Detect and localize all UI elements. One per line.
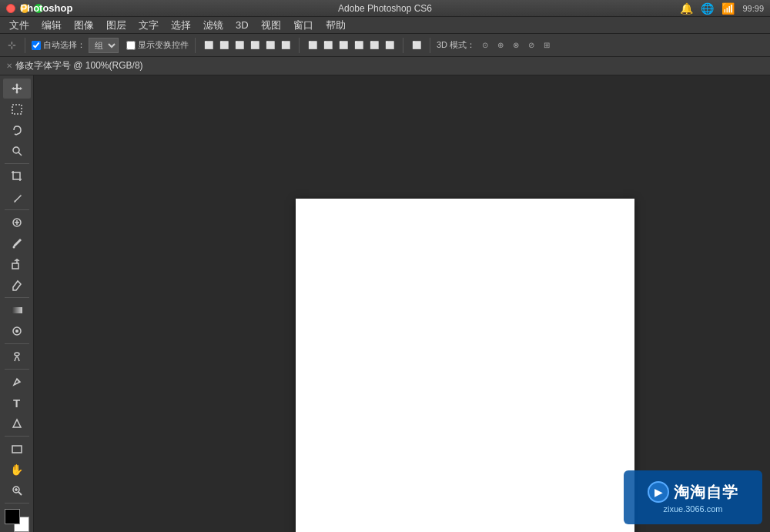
separator-2 [195, 38, 196, 53]
distribute-center-h-icon[interactable]: ⬜ [352, 38, 366, 52]
canvas-area[interactable]: ▶ 淘淘自学 zixue.3066.com [34, 75, 770, 532]
tool-move[interactable] [3, 79, 31, 99]
tool-crop[interactable] [3, 166, 31, 186]
align-center-v-icon[interactable]: ⬜ [263, 38, 277, 52]
title-bar: Photoshop Adobe Photoshop CS6 🔔 🌐 📶 99:9… [0, 0, 770, 17]
foreground-color-swatch[interactable] [5, 509, 20, 524]
tool-shape[interactable] [3, 439, 31, 459]
auto-select-label[interactable]: 自动选择： [32, 39, 85, 51]
align-center-h-icon[interactable]: ⬜ [217, 38, 231, 52]
svg-rect-6 [12, 307, 22, 313]
tool-eraser[interactable] [3, 275, 31, 295]
svg-line-2 [18, 152, 22, 156]
watermark-logo: ▶ [648, 481, 669, 503]
separator-5 [430, 38, 430, 53]
menu-filter[interactable]: 滤镜 [197, 17, 229, 33]
3d-scale-icon[interactable]: ⊞ [540, 38, 554, 52]
separator-3 [299, 38, 300, 53]
notification-icon: 🔔 [680, 2, 693, 15]
window-controls [0, 4, 43, 13]
tool-dodge[interactable] [3, 346, 31, 366]
tool-heal[interactable] [3, 212, 31, 233]
3d-pan-icon[interactable]: ⊗ [509, 38, 523, 52]
svg-rect-11 [12, 446, 22, 453]
canvas [296, 199, 634, 532]
3d-rotate-icon[interactable]: ⊙ [478, 38, 492, 52]
tool-blur[interactable] [3, 321, 31, 341]
tab-close-button[interactable]: ✕ [6, 62, 12, 70]
clock: 99:99 [742, 4, 764, 13]
work-area: T ✋ ▶ [0, 75, 770, 532]
menu-view[interactable]: 视图 [255, 17, 287, 33]
menu-image[interactable]: 图像 [68, 17, 100, 33]
wifi-icon: 📶 [721, 2, 735, 15]
toolbar-divider-2 [5, 209, 29, 210]
tool-lasso[interactable] [3, 120, 31, 140]
left-toolbar: T ✋ [0, 75, 34, 532]
separator-4 [403, 38, 403, 53]
tool-pen[interactable] [3, 372, 31, 392]
svg-rect-0 [12, 105, 22, 114]
distribute-left-icon[interactable]: ⬜ [336, 38, 350, 52]
tool-clone[interactable] [3, 254, 31, 274]
tool-eyedropper[interactable] [3, 187, 31, 207]
toolbar-divider-6 [5, 436, 29, 437]
align-right-icon[interactable]: ⬜ [233, 38, 246, 52]
distribute-v-icon[interactable]: ⬜ [321, 38, 335, 52]
distribute-h-icon[interactable]: ⬜ [306, 38, 320, 52]
tool-brush[interactable] [3, 233, 31, 253]
3d-mode-label: 3D 模式： [437, 39, 475, 51]
window-title: Adobe Photoshop CS6 [338, 3, 432, 14]
close-button[interactable] [6, 4, 15, 13]
canvas-container [296, 199, 634, 532]
watermark-url: zixue.3066.com [663, 504, 722, 514]
show-transform-label[interactable]: 显示变换控件 [126, 39, 189, 51]
menu-help[interactable]: 帮助 [320, 17, 352, 33]
menu-select[interactable]: 选择 [165, 17, 197, 33]
align-bottom-icon[interactable]: ⬜ [279, 38, 293, 52]
menu-edit[interactable]: 编辑 [35, 17, 68, 33]
svg-point-8 [15, 330, 18, 333]
toolbar-divider-3 [5, 297, 29, 298]
watermark-play-icon: ▶ [654, 486, 663, 498]
tool-type[interactable]: T [3, 393, 31, 413]
show-transform-checkbox[interactable] [126, 41, 136, 50]
minimize-button[interactable] [20, 4, 29, 13]
align-left-icon[interactable]: ⬜ [202, 38, 216, 52]
tool-quick-select[interactable] [3, 141, 31, 161]
tool-zoom[interactable] [3, 480, 31, 500]
watermark-logo-row: ▶ 淘淘自学 [648, 481, 738, 503]
distribute-right-icon[interactable]: ⬜ [367, 38, 381, 52]
menu-bar: 文件 编辑 图像 图层 文字 选择 滤镜 3D 视图 窗口 帮助 [0, 17, 770, 34]
svg-point-1 [13, 147, 19, 153]
tool-marquee[interactable] [3, 99, 31, 119]
menu-3d[interactable]: 3D [229, 17, 255, 33]
distribute-top-icon[interactable]: ⬜ [383, 38, 397, 52]
menu-text[interactable]: 文字 [132, 17, 165, 33]
move-tool-icon: ⊹ [5, 38, 18, 52]
toolbar-divider-7 [5, 503, 29, 504]
3d-roll-icon[interactable]: ⊕ [494, 38, 507, 52]
align-icons: ⬜ ⬜ ⬜ ⬜ ⬜ ⬜ [202, 38, 293, 52]
network-icon: 🌐 [701, 2, 714, 15]
menu-file[interactable]: 文件 [3, 17, 35, 33]
extra-icon[interactable]: ⬜ [410, 38, 424, 52]
fg-bg-colors[interactable] [3, 509, 31, 532]
tool-gradient[interactable] [3, 300, 31, 320]
toolbar-divider-1 [5, 163, 29, 164]
tool-hand[interactable]: ✋ [3, 460, 31, 480]
maximize-button[interactable] [34, 4, 43, 13]
auto-select-type[interactable]: 组 [89, 38, 119, 53]
options-bar: ⊹ 自动选择： 组 显示变换控件 ⬜ ⬜ ⬜ ⬜ ⬜ ⬜ ⬜ ⬜ ⬜ ⬜ ⬜ ⬜… [0, 34, 770, 57]
tab-bar: ✕ 修改字体字号 @ 100%(RGB/8) [0, 57, 770, 75]
menu-window[interactable]: 窗口 [287, 17, 320, 33]
svg-rect-5 [12, 263, 18, 269]
align-top-icon[interactable]: ⬜ [248, 38, 262, 52]
tool-path-select[interactable] [3, 413, 31, 433]
3d-slide-icon[interactable]: ⊘ [524, 38, 538, 52]
menu-layer[interactable]: 图层 [100, 17, 132, 33]
separator-1 [25, 38, 25, 53]
svg-line-13 [18, 492, 22, 495]
auto-select-checkbox[interactable] [32, 41, 41, 50]
tab-document-title[interactable]: 修改字体字号 @ 100%(RGB/8) [15, 59, 143, 72]
